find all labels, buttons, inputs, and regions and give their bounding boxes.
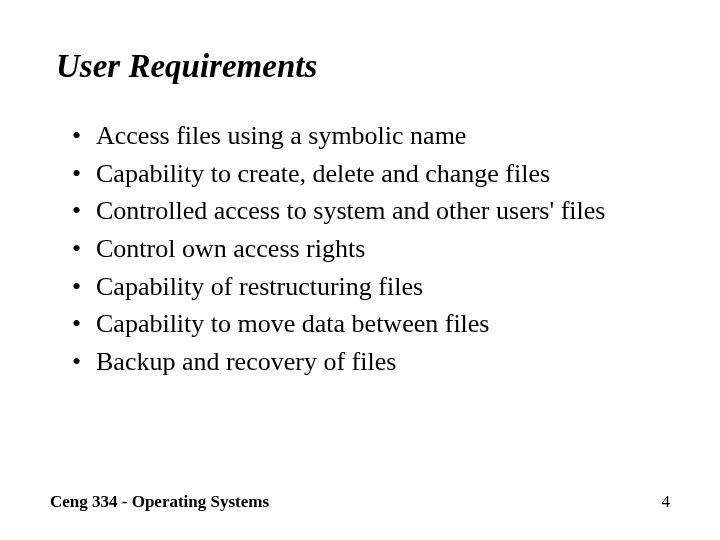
list-item: Control own access rights [72, 230, 670, 268]
list-item: Controlled access to system and other us… [72, 192, 670, 230]
slide-title: User Requirements [56, 48, 670, 85]
list-item: Capability to move data between files [72, 305, 670, 343]
footer-course: Ceng 334 - Operating Systems [50, 492, 269, 512]
list-item: Backup and recovery of files [72, 343, 670, 381]
list-item: Access files using a symbolic name [72, 117, 670, 155]
bullet-list: Access files using a symbolic name Capab… [50, 117, 670, 381]
footer-page-number: 4 [662, 492, 671, 512]
list-item: Capability of restructuring files [72, 268, 670, 306]
footer: Ceng 334 - Operating Systems 4 [50, 492, 670, 512]
list-item: Capability to create, delete and change … [72, 155, 670, 193]
